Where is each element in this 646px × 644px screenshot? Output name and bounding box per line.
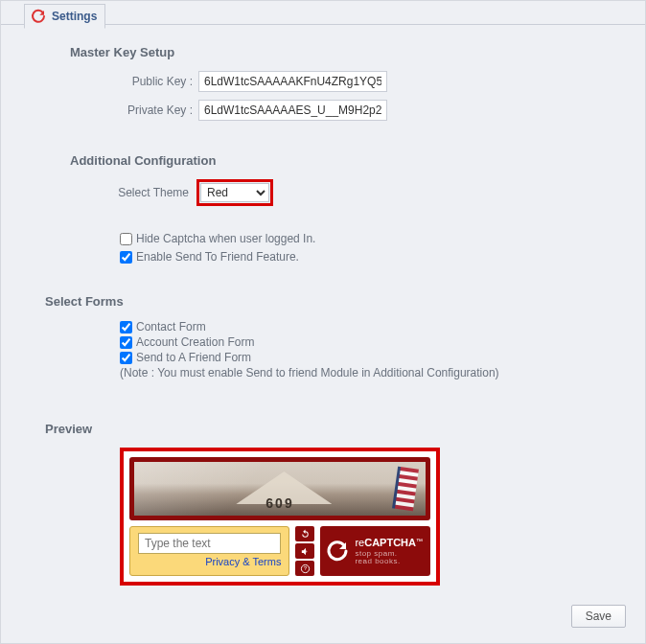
enable-send-label: Enable Send To Friend Feature. [136,250,299,264]
form-account-label: Account Creation Form [136,335,254,349]
brand-name: reCAPTCHA™ [355,538,423,548]
theme-select[interactable]: Red [200,183,269,202]
captcha-text-input[interactable] [138,533,281,554]
hide-captcha-checkbox[interactable] [120,233,132,245]
forms-note: (Note : You must enable Send to friend M… [120,366,622,380]
preview-highlight-box: 609 Privacy & Terms ? [120,448,440,586]
enable-send-checkbox[interactable] [120,251,132,264]
settings-tab[interactable]: Settings [24,4,105,29]
section-title-master-key: Master Key Setup [70,45,622,59]
private-key-label: Private Key : [70,104,198,117]
captcha-button-column: ? [295,526,314,576]
section-title-preview: Preview [45,422,622,436]
public-key-input[interactable] [198,71,387,92]
theme-highlight-box: Red [196,179,273,206]
save-button[interactable]: Save [571,605,626,628]
form-sendfriend-checkbox[interactable] [120,352,132,364]
privacy-terms-link[interactable]: Privacy & Terms [205,556,281,567]
brand-tagline-2: read books. [355,558,423,565]
private-key-input[interactable] [198,100,387,121]
public-key-label: Public Key : [70,75,198,88]
select-theme-label: Select Theme [70,186,196,199]
section-title-forms: Select Forms [45,294,622,309]
captcha-input-card: Privacy & Terms [129,526,289,576]
section-title-additional: Additional Configuration [70,153,622,168]
recaptcha-app-icon [31,9,46,24]
help-icon[interactable]: ? [295,561,314,576]
recaptcha-brand: reCAPTCHA™ stop spam. read books. [320,526,430,576]
form-contact-checkbox[interactable] [120,321,132,334]
hide-captcha-label: Hide Captcha when user logged In. [136,232,315,245]
form-sendfriend-label: Send to A Friend Form [136,351,251,364]
captcha-house-number: 609 [265,495,293,511]
settings-tab-label: Settings [52,10,97,23]
captcha-challenge-image: 609 [129,457,430,520]
form-account-checkbox[interactable] [120,336,132,349]
form-contact-label: Contact Form [136,320,206,334]
recaptcha-widget: 609 Privacy & Terms ? [129,457,430,576]
svg-text:?: ? [304,565,307,571]
refresh-icon[interactable] [295,526,314,541]
audio-icon[interactable] [295,543,314,559]
recaptcha-logo-icon [326,540,349,563]
flag-graphic [392,467,419,512]
